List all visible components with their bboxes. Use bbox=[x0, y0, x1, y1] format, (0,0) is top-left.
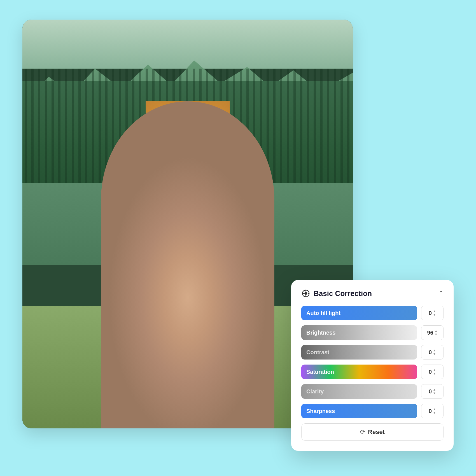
slider-row-clarity: Clarity 0 ▲ ▼ bbox=[301, 384, 444, 399]
slider-row-saturation: Saturation 0 ▲ ▼ bbox=[301, 365, 444, 379]
slider-row-brightness: Brightness 96 ▲ ▼ bbox=[301, 325, 444, 340]
saturation-track[interactable]: Saturation bbox=[301, 365, 417, 379]
auto-fill-light-value: 0 bbox=[429, 310, 432, 316]
person-composite bbox=[64, 101, 312, 428]
brightness-value-box: 96 ▲ ▼ bbox=[421, 325, 444, 340]
clarity-spinners: ▲ ▼ bbox=[433, 388, 436, 395]
panel-title: Basic Correction bbox=[314, 289, 372, 298]
saturation-value: 0 bbox=[429, 369, 432, 375]
brightness-track[interactable]: Brightness bbox=[301, 325, 417, 340]
clarity-label: Clarity bbox=[306, 388, 324, 395]
sharpness-label: Sharpness bbox=[306, 408, 335, 414]
panel-header: Basic Correction ⌃ bbox=[301, 289, 444, 298]
auto-fill-light-spinners: ▲ ▼ bbox=[433, 310, 436, 316]
saturation-spinners: ▲ ▼ bbox=[433, 368, 436, 375]
reset-icon: ⟳ bbox=[360, 428, 365, 436]
slider-row-sharpness: Sharpness 0 ▲ ▼ bbox=[301, 404, 444, 418]
contrast-down[interactable]: ▼ bbox=[433, 353, 436, 356]
sharpness-spinners: ▲ ▼ bbox=[433, 408, 436, 414]
brightness-up[interactable]: ▲ bbox=[435, 329, 438, 332]
contrast-value-box: 0 ▲ ▼ bbox=[421, 345, 444, 360]
contrast-up[interactable]: ▲ bbox=[433, 349, 436, 352]
auto-fill-light-up[interactable]: ▲ bbox=[433, 310, 436, 313]
sky-layer bbox=[22, 20, 353, 69]
saturation-up[interactable]: ▲ bbox=[433, 368, 436, 372]
sharpness-value: 0 bbox=[429, 408, 432, 414]
brightness-down[interactable]: ▼ bbox=[435, 333, 438, 336]
slider-row-contrast: Contrast 0 ▲ ▼ bbox=[301, 345, 444, 360]
reset-label: Reset bbox=[368, 428, 385, 436]
saturation-label: Saturation bbox=[306, 369, 334, 375]
saturation-down[interactable]: ▼ bbox=[433, 372, 436, 375]
clarity-track[interactable]: Clarity bbox=[301, 384, 417, 399]
contrast-track[interactable]: Contrast bbox=[301, 345, 417, 360]
auto-fill-light-down[interactable]: ▼ bbox=[433, 313, 436, 316]
correction-icon bbox=[301, 289, 310, 298]
brightness-value: 96 bbox=[427, 330, 433, 336]
clarity-down[interactable]: ▼ bbox=[433, 392, 436, 395]
sharpness-value-box: 0 ▲ ▼ bbox=[421, 404, 444, 418]
brightness-label: Brightness bbox=[306, 330, 335, 336]
svg-point-1 bbox=[304, 292, 307, 295]
contrast-spinners: ▲ ▼ bbox=[433, 349, 436, 356]
clarity-value-box: 0 ▲ ▼ bbox=[421, 384, 444, 399]
slider-row-auto-fill-light: Auto fill light 0 ▲ ▼ bbox=[301, 306, 444, 320]
contrast-label: Contrast bbox=[306, 349, 329, 356]
sharpness-track[interactable]: Sharpness bbox=[301, 404, 417, 418]
auto-fill-light-value-box: 0 ▲ ▼ bbox=[421, 306, 444, 320]
auto-fill-light-track[interactable]: Auto fill light bbox=[301, 306, 417, 320]
clarity-up[interactable]: ▲ bbox=[433, 388, 436, 391]
sharpness-up[interactable]: ▲ bbox=[433, 408, 436, 411]
panel-header-left: Basic Correction bbox=[301, 289, 372, 298]
sharpness-down[interactable]: ▼ bbox=[433, 411, 436, 414]
clarity-value: 0 bbox=[429, 388, 432, 395]
saturation-value-box: 0 ▲ ▼ bbox=[421, 365, 444, 379]
main-container: Basic Correction ⌃ Auto fill light 0 ▲ ▼… bbox=[22, 20, 454, 456]
collapse-icon[interactable]: ⌃ bbox=[438, 290, 444, 297]
auto-fill-light-label: Auto fill light bbox=[306, 310, 340, 316]
reset-button[interactable]: ⟳ Reset bbox=[301, 423, 444, 441]
basic-correction-panel: Basic Correction ⌃ Auto fill light 0 ▲ ▼… bbox=[291, 280, 454, 451]
person-body bbox=[101, 101, 274, 428]
brightness-spinners: ▲ ▼ bbox=[435, 329, 438, 336]
contrast-value: 0 bbox=[429, 349, 432, 356]
